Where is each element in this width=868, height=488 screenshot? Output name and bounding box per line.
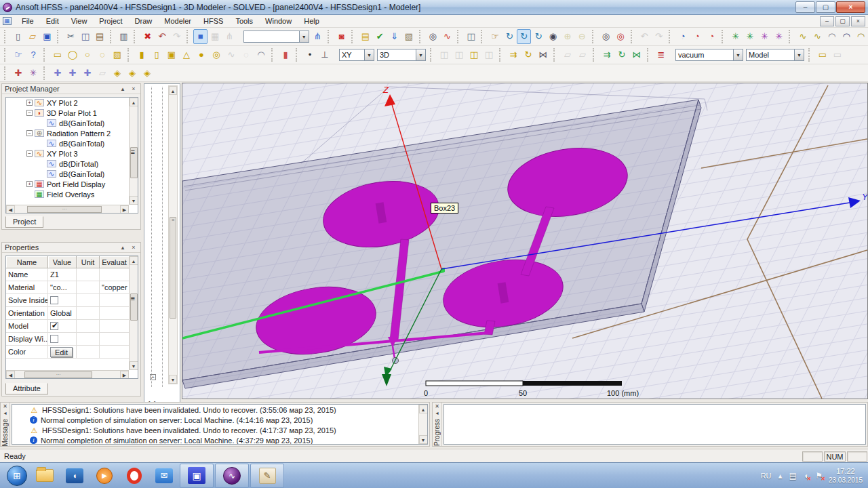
expander-icon[interactable]: + (26, 100, 33, 106)
menu-tools[interactable]: Tools (229, 16, 259, 26)
draw-spiral-icon[interactable]: ◌▼ (239, 47, 254, 62)
draw-sweep-icon[interactable]: ▮▼ (278, 47, 293, 62)
context-help-icon[interactable]: ?▼ (26, 47, 41, 62)
edit-sheet-icon[interactable]: ▭▼ (830, 47, 845, 62)
select-object-icon[interactable]: ■▼ (193, 29, 208, 44)
drawing-mode-combo[interactable]: 3D▼ (377, 47, 426, 62)
close-icon[interactable]: ✕ (3, 404, 7, 409)
material-combo[interactable]: vacuum▼ (675, 47, 743, 62)
message-warning-1[interactable]: ⚠ HFSSDesign1: Solutions have been inval… (12, 405, 427, 415)
hfss-app-icon[interactable]: ∿ (215, 464, 249, 488)
language-indicator[interactable]: RU (761, 472, 772, 480)
zoom-selection-icon[interactable]: ◎▼ (613, 29, 627, 44)
tree-db-gaintotal-1[interactable]: ∿ dB(GainTotal) (6, 118, 138, 128)
draw-circle-icon[interactable]: ◯▼ (65, 47, 80, 62)
message-scrollbar[interactable]: ▲ ▼ (418, 405, 427, 444)
open-icon[interactable]: ▱▼ (25, 29, 39, 44)
rotate-center-icon[interactable]: ↻▼ (502, 29, 517, 44)
duplicate-axis-icon[interactable]: ↻▼ (521, 47, 536, 62)
draw-polygon-icon[interactable]: ○▼ (80, 47, 95, 62)
save-icon[interactable]: ▣▼ (40, 29, 54, 44)
model-checkbox[interactable] (50, 322, 58, 330)
opera-icon[interactable] (119, 464, 149, 488)
expander-icon[interactable]: + (150, 374, 156, 380)
expander-icon[interactable]: − (26, 110, 33, 116)
draw-cylinder-icon[interactable]: ▮▼ (134, 47, 149, 62)
strip-scrollbar[interactable]: ▲ ≡ ▼ (168, 85, 178, 384)
face-cs-offset-icon[interactable]: ◈▼ (125, 66, 140, 81)
boundary-display-icon[interactable]: ◙▼ (334, 29, 349, 44)
boolean-subtract-icon[interactable]: ✚▼ (11, 66, 26, 81)
draw-box3d-icon[interactable]: ▣▼ (164, 47, 179, 62)
cs-relative-icon[interactable]: ✚▼ (65, 66, 80, 81)
pan-icon[interactable]: ☞▼ (488, 29, 502, 44)
tree-xy-plot-3[interactable]: − ∿ XY Plot 3 (6, 148, 138, 159)
flip-icon[interactable]: ⋈▼ (629, 47, 644, 62)
start-button[interactable]: ⊞ (4, 464, 30, 488)
draw-torus-icon[interactable]: ◎▼ (209, 47, 224, 62)
zoom-window-icon[interactable]: ◎▼ (599, 29, 613, 44)
menu-project[interactable]: Project (93, 16, 128, 26)
material-value-cell[interactable]: "co... (48, 281, 77, 293)
column-header-evaluated[interactable]: Evaluat (100, 256, 130, 268)
message-info-1[interactable]: i Normal completion of simulation on ser… (12, 415, 427, 425)
child-minimize-button[interactable]: – (820, 16, 834, 26)
pm-vertical-scrollbar[interactable]: ▲ ≡ ▼ (129, 98, 138, 205)
mdi-child-icon[interactable]: ▦ (3, 17, 12, 25)
cs-offset-icon[interactable]: ✚▼ (80, 66, 95, 81)
color-edit-button[interactable]: Edit (50, 347, 73, 357)
clean-stop-icon[interactable]: ◔▼ (705, 29, 719, 44)
name-value-cell[interactable]: Z1 (48, 268, 77, 281)
sweep-line-icon[interactable]: ▱▼ (560, 47, 575, 62)
analyze-all-icon[interactable]: ⇓▼ (387, 29, 401, 44)
network-status-icon[interactable]: ⚑✕ (815, 471, 823, 481)
mesh-view-icon[interactable]: ✳▼ (26, 66, 41, 81)
tree-port-field-display[interactable]: + ▦ Port Field Display (6, 179, 138, 189)
menu-draw[interactable]: Draw (129, 16, 159, 26)
menu-edit[interactable]: Edit (40, 16, 65, 26)
rotate-view-icon[interactable]: ↻▼ (517, 29, 531, 44)
results-icon[interactable]: ▧▼ (401, 29, 416, 44)
mail-icon[interactable]: ✉ (149, 464, 179, 488)
spline-icon[interactable]: ∿▼ (810, 29, 825, 44)
display-wireframe-checkbox[interactable] (50, 335, 58, 343)
view-redo-icon[interactable]: ↷▼ (652, 29, 666, 44)
menu-window[interactable]: Window (259, 16, 298, 26)
arc-3point-icon[interactable]: ◠▼ (839, 29, 853, 44)
select-face-icon[interactable]: ▦▼ (208, 29, 222, 44)
layers-icon[interactable]: ≣▼ (654, 47, 669, 62)
arc-center-icon[interactable]: ◠▼ (825, 29, 839, 44)
view-undo-icon[interactable]: ↶▼ (637, 29, 651, 44)
display-mode-combo[interactable]: Model▼ (746, 47, 804, 62)
analyze-icon[interactable]: ◔▼ (675, 29, 690, 44)
draw-cone-icon[interactable]: △▼ (179, 47, 194, 62)
pm-horizontal-scrollbar[interactable]: ◀ ⋯ ▶ (6, 205, 129, 213)
zoom-out-icon[interactable]: ⊖▼ (575, 29, 589, 44)
duplicate-line-icon[interactable]: ⇉▼ (506, 47, 521, 62)
copy-image-icon[interactable]: ◫▼ (464, 29, 478, 44)
solution-setup-icon[interactable]: ▤▼ (358, 29, 372, 44)
optimetrics-setup-icon[interactable]: ✳▼ (743, 29, 757, 44)
collapse-icon[interactable]: ◂ (435, 411, 438, 416)
face-cs-icon[interactable]: ◈▼ (110, 66, 125, 81)
menu-modeler[interactable]: Modeler (158, 16, 197, 26)
sweep-path-icon[interactable]: ▱▼ (575, 47, 590, 62)
menu-hfss[interactable]: HFSS (197, 16, 229, 26)
arc-segment-icon[interactable]: ◠▼ (854, 29, 868, 44)
tree-field-overlays[interactable]: ▦ Field Overlays (6, 189, 138, 199)
tab-project[interactable]: Project (5, 216, 43, 228)
close-button[interactable]: × (836, 1, 865, 13)
optimetrics-icon[interactable]: ✳▼ (728, 29, 743, 44)
minimize-button[interactable]: – (795, 1, 815, 13)
copy-icon[interactable]: ◫▼ (78, 29, 92, 44)
tree-radiation-pattern-2[interactable]: − ⊕ Radiation Pattern 2 (6, 128, 138, 138)
cs-plane-icon[interactable]: ▱▼ (95, 66, 110, 81)
progress-dock-tab[interactable]: Progress (433, 419, 441, 446)
redo-icon[interactable]: ↷▼ (170, 29, 184, 44)
child-restore-button[interactable]: ▢ (835, 16, 850, 26)
print-icon[interactable]: ▥▼ (117, 29, 131, 44)
undo-icon[interactable]: ↶▼ (155, 29, 169, 44)
action-center-icon[interactable]: ▤ (789, 471, 797, 481)
draw-box-icon[interactable]: ▧▼ (110, 47, 125, 62)
polyline-icon[interactable]: ∿▼ (795, 29, 810, 44)
